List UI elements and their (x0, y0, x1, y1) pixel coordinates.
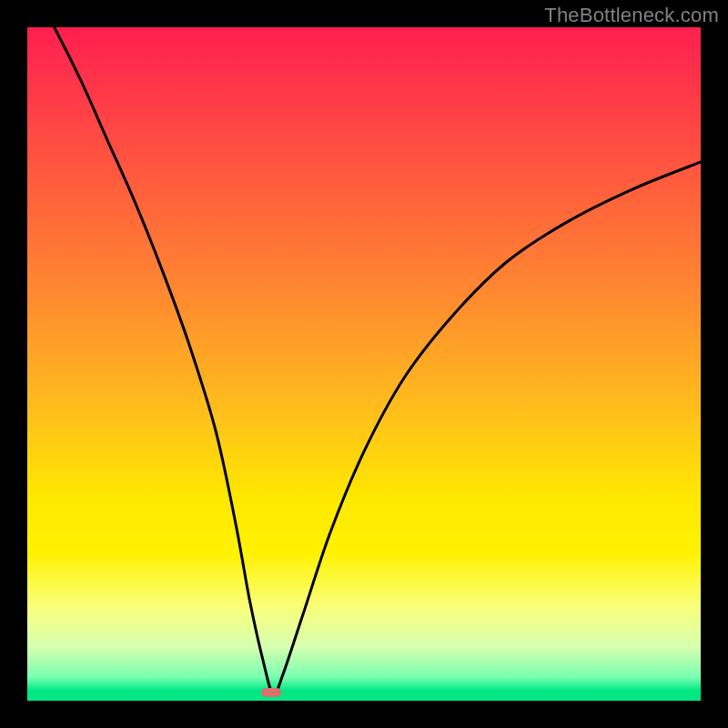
plot-area (27, 27, 701, 701)
bottleneck-curve (27, 27, 701, 701)
watermark-text: TheBottleneck.com (544, 4, 719, 27)
outer-frame: TheBottleneck.com (0, 0, 728, 728)
optimum-marker (261, 688, 281, 697)
